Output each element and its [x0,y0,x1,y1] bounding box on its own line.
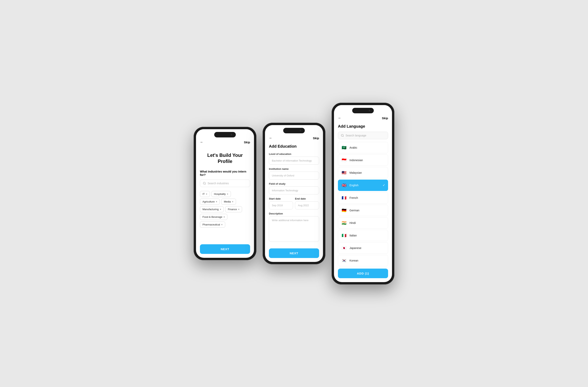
start-date-input[interactable]: Sep 2018 [269,201,293,209]
svg-line-3 [343,136,344,137]
phone-3: ← Skip Add Language Search language 🇸🇦 A… [332,103,394,284]
end-date-field: End date Aug 2022 [295,197,319,209]
lang-search-box[interactable]: Search language [338,132,388,139]
institution-section: Institution name University of Oxford [269,167,319,180]
back-button-2[interactable]: ← [269,136,273,140]
tag-finance-label: Finance [228,208,237,211]
top-nav-3: ← Skip [334,114,392,123]
lang-item-indonesian[interactable]: 🇮🇩 Indonesian [338,154,388,166]
screen1-title: Let's Build Your Profile [200,152,250,164]
tag-hospitality-remove[interactable]: × [227,193,228,195]
lang-name-hindi: Hindi [350,221,385,224]
field-input[interactable]: Information Technology [269,186,319,194]
screen3-content: Add Language Search language 🇸🇦 Arabic 🇮… [334,123,392,282]
tag-it-remove[interactable]: × [206,193,207,195]
flag-malaysian: 🇲🇾 [341,170,347,176]
industry-search-box[interactable]: Search industries [200,180,250,187]
skip-button-2[interactable]: Skip [313,136,319,140]
notch-3 [352,108,374,113]
notch-bar-3 [334,105,392,114]
tag-food[interactable]: Food & Beverage × [200,214,227,220]
lang-name-german: German [350,209,385,212]
screen1-subtitle: What industries would you intern for? [200,170,250,176]
date-row: Start date Sep 2018 End date Aug 2022 [269,197,319,209]
notch-1 [214,132,236,137]
tag-pharma[interactable]: Pharmaceutical × [200,221,225,228]
tag-it[interactable]: IT × [200,191,210,197]
phone-2-screen: ← Skip Add Education Level of education … [265,125,323,262]
flag-german: 🇩🇪 [341,207,347,214]
lang-item-japanese[interactable]: 🇯🇵 Japanese [338,242,388,254]
tag-finance[interactable]: Finance × [225,206,242,212]
desc-section: Description Write additional information… [269,212,319,242]
tag-agriculture-remove[interactable]: × [216,200,217,203]
screen1-content: Let's Build Your Profile What industries… [196,147,254,258]
next-button-2[interactable]: NEXT [269,248,319,258]
top-nav-1: ← Skip [196,139,254,147]
flag-korean: 🇰🇷 [341,258,347,264]
language-list: 🇸🇦 Arabic 🇮🇩 Indonesian 🇲🇾 Malaysian 🇬🇧 … [338,142,388,266]
skip-button-1[interactable]: Skip [244,141,250,144]
institution-input[interactable]: University of Oxford [269,172,319,180]
lang-item-german[interactable]: 🇩🇪 German [338,205,388,216]
end-date-input[interactable]: Aug 2022 [295,201,319,209]
tag-food-label: Food & Beverage [203,215,222,218]
tag-manufacturing[interactable]: Manufacturing × [200,206,224,212]
top-nav-2: ← Skip [265,134,323,143]
search-icon-3 [341,134,344,137]
desc-textarea[interactable]: Write additional information here [269,216,319,242]
tag-agriculture[interactable]: Agriculture × [200,199,220,205]
svg-point-2 [341,134,343,136]
add-language-button[interactable]: ADD (1) [338,269,388,278]
tag-finance-remove[interactable]: × [238,208,239,211]
institution-label: Institution name [269,167,319,170]
screen3-title: Add Language [338,124,388,129]
lang-name-arabic: Arabic [350,146,385,149]
phone-1: ← Skip Let's Build Your Profile What ind… [194,127,256,260]
skip-button-3[interactable]: Skip [382,116,388,120]
level-section: Level of education Bachelor of Informati… [269,152,319,165]
lang-item-english[interactable]: 🇬🇧 English ✓ [338,180,388,191]
lang-item-malaysian[interactable]: 🇲🇾 Malaysian [338,167,388,178]
lang-item-italian[interactable]: 🇮🇹 Italian [338,230,388,241]
tag-media-remove[interactable]: × [232,200,233,203]
tag-manufacturing-remove[interactable]: × [220,208,221,211]
field-label: Field of study [269,182,319,185]
back-button-1[interactable]: ← [200,140,203,144]
lang-name-french: French [350,196,385,199]
tag-food-remove[interactable]: × [223,216,225,218]
back-button-3[interactable]: ← [338,116,341,120]
lang-item-hindi[interactable]: 🇮🇳 Hindi [338,217,388,229]
lang-item-arabic[interactable]: 🇸🇦 Arabic [338,142,388,153]
tags-container: IT × Hospitality × Agriculture × Media ×… [200,191,250,228]
search-industry-placeholder: Search industries [208,182,229,185]
lang-item-french[interactable]: 🇫🇷 French [338,192,388,203]
tag-manufacturing-label: Manufacturing [203,208,219,211]
lang-name-english: English [350,184,380,187]
level-input[interactable]: Bachelor of Information Technology [269,157,319,165]
svg-line-1 [205,184,206,185]
tag-agriculture-label: Agriculture [203,200,215,203]
flag-arabic: 🇸🇦 [341,145,347,151]
next-button-1[interactable]: NEXT [200,244,250,254]
flag-hindi: 🇮🇳 [341,220,347,226]
lang-name-japanese: Japanese [350,246,385,250]
phone-1-screen: ← Skip Let's Build Your Profile What ind… [196,129,254,258]
lang-name-korean: Korean [350,259,385,262]
flag-italian: 🇮🇹 [341,232,347,238]
lang-item-korean[interactable]: 🇰🇷 Korean [338,255,388,266]
phone-3-screen: ← Skip Add Language Search language 🇸🇦 A… [334,105,392,282]
flag-indonesian: 🇮🇩 [341,157,347,163]
tag-media[interactable]: Media × [221,199,236,205]
svg-point-0 [203,182,205,184]
tag-hospitality[interactable]: Hospitality × [211,191,231,197]
lang-name-italian: Italian [350,234,385,237]
phone-2: ← Skip Add Education Level of education … [263,123,325,264]
desc-label: Description [269,212,319,215]
tag-pharma-label: Pharmaceutical [203,223,220,226]
flag-english: 🇬🇧 [341,182,347,188]
tag-pharma-remove[interactable]: × [221,223,223,226]
lang-name-malaysian: Malaysian [350,171,385,174]
date-section: Start date Sep 2018 End date Aug 2022 [269,197,319,209]
end-date-label: End date [295,197,319,200]
